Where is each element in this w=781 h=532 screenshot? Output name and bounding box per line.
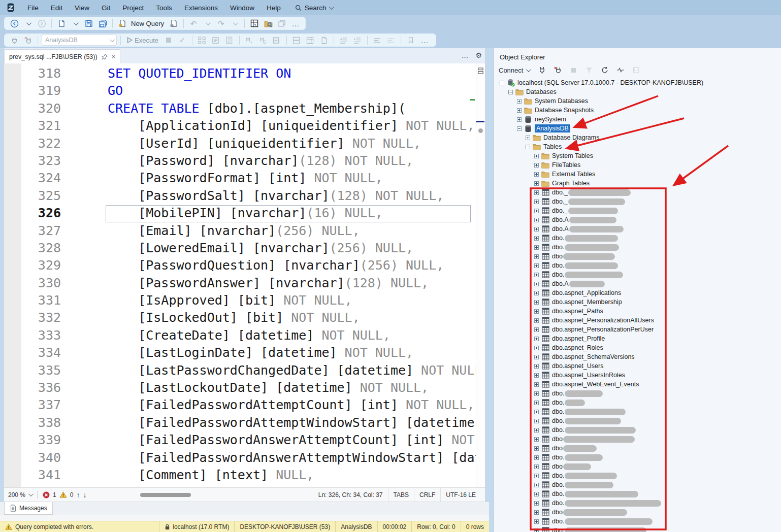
tree-item[interactable]: dbo.aspnet_Paths xyxy=(494,307,781,316)
tree-item[interactable]: dbo.aspnet_WebEvent_Events xyxy=(494,380,781,389)
expand-icon[interactable] xyxy=(534,391,539,396)
menu-view[interactable]: View xyxy=(69,2,95,14)
search-control[interactable]: Search xyxy=(290,2,338,14)
expand-icon[interactable] xyxy=(534,474,539,478)
navigate-forward-button[interactable] xyxy=(36,18,48,29)
expand-icon[interactable] xyxy=(534,519,539,524)
tree-item[interactable]: dbo. xyxy=(494,498,781,508)
sql-toolbar-overflow-button[interactable]: … xyxy=(418,35,431,46)
comment-lines-icon[interactable] xyxy=(371,35,383,46)
code-line[interactable]: 320CREATE TABLE [dbo].[aspnet_Membership… xyxy=(4,101,476,118)
activity-monitor-icon[interactable] xyxy=(615,65,626,75)
expand-icon[interactable] xyxy=(534,200,539,204)
code-line[interactable]: 331 [IsApproved] [bit] NOT NULL, xyxy=(4,292,476,310)
tree-item[interactable]: FileTables xyxy=(494,160,781,170)
tree-item[interactable]: dbo.aspnet_Users xyxy=(494,361,781,371)
window-layout-icon[interactable] xyxy=(276,18,288,29)
code-line[interactable]: 338 [FailedPasswordAttemptWindowStart] [… xyxy=(4,415,476,432)
tree-item[interactable]: dbo. xyxy=(494,407,781,416)
tree-item[interactable]: dbo._ xyxy=(494,197,781,206)
expand-icon[interactable] xyxy=(534,163,539,168)
increase-indent-icon[interactable] xyxy=(351,35,364,46)
refresh-icon[interactable] xyxy=(599,65,610,75)
expand-icon[interactable] xyxy=(534,528,539,532)
expand-icon[interactable] xyxy=(534,181,539,186)
table-designer-icon[interactable] xyxy=(304,35,316,46)
sql-code-editor[interactable]: 318SET QUOTED_IDENTIFIER ON319GO320CREAT… xyxy=(4,63,485,487)
tree-item[interactable]: localhost (SQL Server 17.0.1000.7 - DESK… xyxy=(494,78,781,87)
expand-icon[interactable] xyxy=(534,410,539,414)
collapse-icon[interactable] xyxy=(526,145,530,149)
tree-item[interactable]: dbo. xyxy=(494,398,781,407)
expand-icon[interactable] xyxy=(517,117,522,122)
line-ending-indicator[interactable]: CRLF xyxy=(414,488,440,502)
expand-icon[interactable] xyxy=(534,446,539,451)
expand-icon[interactable] xyxy=(517,99,522,104)
gear-icon[interactable]: ⚙ xyxy=(475,51,482,59)
pin-icon[interactable] xyxy=(102,54,108,60)
expand-icon[interactable] xyxy=(534,501,539,506)
results-to-grid-icon[interactable]: + xyxy=(243,35,255,46)
menu-window[interactable]: Window xyxy=(224,2,261,14)
tree-item[interactable]: Database Diagrams xyxy=(494,133,781,142)
tree-item[interactable]: dbo. xyxy=(494,517,781,526)
collapse-icon[interactable] xyxy=(517,126,522,131)
code-line[interactable]: 330 [PasswordAnswer] [nvarchar](128) NUL… xyxy=(4,275,476,292)
stop-button[interactable] xyxy=(162,35,175,46)
collapse-icon[interactable] xyxy=(500,81,504,85)
menu-tools[interactable]: Tools xyxy=(150,2,178,14)
navigate-back-button[interactable] xyxy=(8,18,20,29)
navigate-back-dropdown[interactable] xyxy=(22,18,34,29)
tree-item[interactable]: dbo._ xyxy=(494,188,781,197)
expand-icon[interactable] xyxy=(534,309,539,314)
expand-icon[interactable] xyxy=(534,492,539,496)
code-line[interactable]: 326 [MobilePIN] [nvarchar](16) NULL, xyxy=(4,205,476,222)
expand-icon[interactable] xyxy=(534,245,539,250)
menu-project[interactable]: Project xyxy=(116,2,150,14)
tab-overflow-icon[interactable]: … xyxy=(461,51,468,59)
code-line[interactable]: 339 [FailedPasswordAnswerAttemptCount] [… xyxy=(4,432,476,449)
tree-item[interactable]: dbo. xyxy=(494,270,781,279)
expand-icon[interactable] xyxy=(534,263,539,268)
expand-icon[interactable] xyxy=(534,218,539,222)
code-line[interactable]: 337 [FailedPasswordAttemptCount] [int] N… xyxy=(4,397,476,414)
expand-icon[interactable] xyxy=(534,373,539,378)
expand-icon[interactable] xyxy=(534,282,539,286)
expand-icon[interactable] xyxy=(534,455,539,460)
scrollbar-thumb-dot[interactable] xyxy=(478,128,483,133)
zoom-dropdown[interactable]: 200 % xyxy=(8,491,25,498)
execute-button[interactable]: Execute xyxy=(124,37,161,44)
tree-item[interactable]: dbo xyxy=(494,508,781,517)
tree-item[interactable]: System Tables xyxy=(494,151,781,160)
query-options-icon[interactable] xyxy=(210,35,222,46)
menu-extensions[interactable]: Extensions xyxy=(178,2,224,14)
tabs-mode-indicator[interactable]: TABS xyxy=(388,488,414,502)
tree-item[interactable]: dbo.aspnet_Membership xyxy=(494,297,781,307)
results-grid-icon[interactable] xyxy=(248,18,261,29)
redo-button[interactable]: ↷ xyxy=(215,18,227,29)
code-line[interactable]: 328 [LoweredEmail] [nvarchar](256) NULL, xyxy=(4,240,476,257)
expand-icon[interactable] xyxy=(517,108,522,113)
undo-button[interactable]: ↶ xyxy=(187,18,200,29)
oe-stop-icon[interactable] xyxy=(568,65,579,75)
save-all-button[interactable] xyxy=(96,18,109,29)
tree-item[interactable]: dbo.A xyxy=(494,215,781,224)
code-line[interactable]: 327 [Email] [nvarchar](256) NULL, xyxy=(4,223,476,240)
folder-search-icon[interactable] xyxy=(262,18,274,29)
code-line[interactable]: 341 [Comment] [ntext] NULL, xyxy=(4,467,476,484)
results-to-file-icon[interactable] xyxy=(257,35,269,46)
tree-item[interactable]: dbo.aspnet_PersonalizationPerUser xyxy=(494,325,781,334)
expand-icon[interactable] xyxy=(534,346,539,350)
tree-item[interactable]: dbo. xyxy=(494,489,781,498)
query-designer-icon[interactable] xyxy=(290,35,303,46)
new-file-button[interactable] xyxy=(55,18,68,29)
code-line[interactable]: 325 [PasswordSalt] [nvarchar](128) NOT N… xyxy=(4,188,476,205)
expand-icon[interactable] xyxy=(534,190,539,195)
error-icon[interactable] xyxy=(43,491,50,498)
expand-icon[interactable] xyxy=(534,428,539,433)
tree-item[interactable]: dbo. xyxy=(494,425,781,435)
expand-icon[interactable] xyxy=(534,364,539,369)
tree-item[interactable]: dbo. xyxy=(494,471,781,480)
tree-item[interactable]: Tables xyxy=(494,142,781,151)
menu-edit[interactable]: Edit xyxy=(45,2,69,14)
